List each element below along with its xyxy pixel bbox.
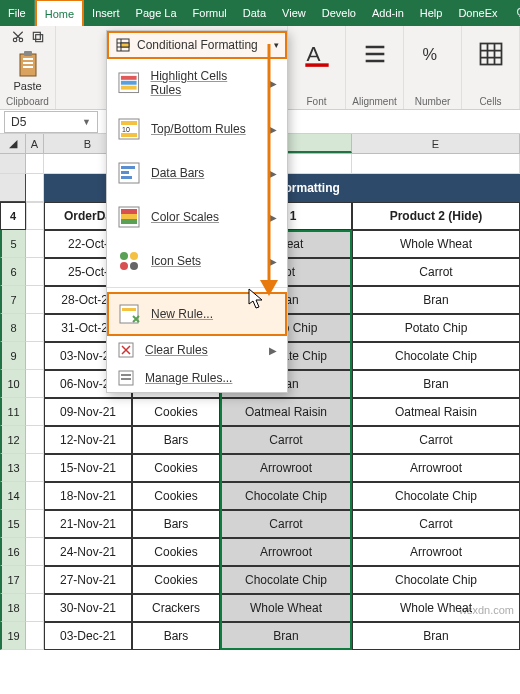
cell-product1[interactable]: Bran bbox=[220, 622, 352, 650]
cell-orderdate[interactable]: 03-Dec-21 bbox=[44, 622, 132, 650]
svg-point-35 bbox=[130, 262, 138, 270]
cell-product1[interactable]: Arrowroot bbox=[220, 454, 352, 482]
row-header[interactable]: 18 bbox=[0, 594, 26, 622]
group-font: A Font bbox=[288, 26, 346, 109]
menu-top-bottom-rules[interactable]: 10 Top/Bottom Rules ▶ bbox=[107, 107, 287, 151]
row-header[interactable]: 17 bbox=[0, 566, 26, 594]
cell-product2[interactable]: Arrowroot bbox=[352, 538, 520, 566]
row-header[interactable]: 19 bbox=[0, 622, 26, 650]
svg-rect-9 bbox=[23, 66, 33, 68]
cell-product2[interactable]: Chocolate Chip bbox=[352, 342, 520, 370]
cell-category[interactable]: Crackers bbox=[132, 594, 220, 622]
tab-page-layout[interactable]: Page La bbox=[128, 0, 185, 26]
tab-formulas[interactable]: Formul bbox=[185, 0, 235, 26]
cell-category[interactable]: Cookies bbox=[132, 454, 220, 482]
tab-data[interactable]: Data bbox=[235, 0, 274, 26]
cell-product2[interactable]: Chocolate Chip bbox=[352, 482, 520, 510]
tab-help[interactable]: Help bbox=[412, 0, 451, 26]
tab-addins[interactable]: Add-in bbox=[364, 0, 412, 26]
row-header[interactable]: 6 bbox=[0, 258, 26, 286]
hdr-product2[interactable]: Product 2 (Hide) bbox=[352, 202, 520, 230]
alignment-icon[interactable] bbox=[361, 40, 389, 68]
group-clipboard: Paste Clipboard bbox=[0, 26, 56, 109]
tab-view[interactable]: View bbox=[274, 0, 314, 26]
cell-product1[interactable]: Chocolate Chip bbox=[220, 566, 352, 594]
cell-product1[interactable]: Carrot bbox=[220, 510, 352, 538]
svg-rect-22 bbox=[121, 133, 137, 137]
row-header[interactable] bbox=[0, 154, 26, 174]
cell-orderdate[interactable]: 15-Nov-21 bbox=[44, 454, 132, 482]
cell-orderdate[interactable]: 27-Nov-21 bbox=[44, 566, 132, 594]
row-header[interactable]: 11 bbox=[0, 398, 26, 426]
conditional-formatting-button[interactable]: Conditional Formatting ▾ bbox=[107, 31, 287, 59]
topbottom-label: Top/Bottom Rules bbox=[151, 122, 246, 136]
name-box[interactable]: D5 ▼ bbox=[4, 111, 98, 133]
menu-data-bars[interactable]: Data Bars ▶ bbox=[107, 151, 287, 195]
menu-icon-sets[interactable]: Icon Sets ▶ bbox=[107, 239, 287, 283]
cell-product2[interactable]: Carrot bbox=[352, 510, 520, 538]
cell-product2[interactable]: Chocolate Chip bbox=[352, 566, 520, 594]
tab-file[interactable]: File bbox=[0, 0, 35, 26]
cell-orderdate[interactable]: 30-Nov-21 bbox=[44, 594, 132, 622]
cell-product2[interactable]: Carrot bbox=[352, 258, 520, 286]
menu-color-scales[interactable]: Color Scales ▶ bbox=[107, 195, 287, 239]
cell-product2[interactable]: Carrot bbox=[352, 426, 520, 454]
cell-category[interactable]: Bars bbox=[132, 622, 220, 650]
cell-orderdate[interactable]: 21-Nov-21 bbox=[44, 510, 132, 538]
menu-highlight-cells-rules[interactable]: Highlight Cells Rules ▶ bbox=[107, 59, 287, 107]
row-header[interactable]: 10 bbox=[0, 370, 26, 398]
number-icon[interactable]: % bbox=[419, 40, 447, 68]
cell-category[interactable]: Bars bbox=[132, 510, 220, 538]
cell-product2[interactable]: Bran bbox=[352, 286, 520, 314]
cell-category[interactable]: Cookies bbox=[132, 566, 220, 594]
cell-product2[interactable]: Whole Wheat bbox=[352, 230, 520, 258]
tab-developer[interactable]: Develo bbox=[314, 0, 364, 26]
row-header[interactable]: 4 bbox=[0, 202, 26, 230]
row-header[interactable]: 8 bbox=[0, 314, 26, 342]
row-header[interactable]: 5 bbox=[0, 230, 26, 258]
col-header-a[interactable]: A bbox=[26, 134, 44, 153]
col-header-e[interactable]: E bbox=[352, 134, 520, 153]
cell-product2[interactable]: Bran bbox=[352, 622, 520, 650]
menu-new-rule[interactable]: New Rule... bbox=[107, 292, 287, 336]
cell-product1[interactable]: Oatmeal Raisin bbox=[220, 398, 352, 426]
cell-category[interactable]: Cookies bbox=[132, 482, 220, 510]
select-all-cell[interactable]: ◢ bbox=[0, 134, 26, 153]
cut-icon[interactable] bbox=[11, 30, 25, 46]
row-header[interactable]: 9 bbox=[0, 342, 26, 370]
cell-orderdate[interactable]: 18-Nov-21 bbox=[44, 482, 132, 510]
tell-me-icon[interactable] bbox=[506, 0, 520, 26]
cell-product2[interactable]: Bran bbox=[352, 370, 520, 398]
tab-home[interactable]: Home bbox=[35, 0, 84, 26]
row-header[interactable] bbox=[0, 174, 26, 202]
tab-doneex[interactable]: DoneEx bbox=[450, 0, 505, 26]
paste-button[interactable]: Paste bbox=[6, 48, 50, 94]
menu-manage-rules[interactable]: Manage Rules... bbox=[107, 364, 287, 392]
icon-sets-icon bbox=[117, 249, 141, 273]
tab-insert[interactable]: Insert bbox=[84, 0, 128, 26]
row-header[interactable]: 13 bbox=[0, 454, 26, 482]
cell-orderdate[interactable]: 09-Nov-21 bbox=[44, 398, 132, 426]
cell-product1[interactable]: Carrot bbox=[220, 426, 352, 454]
cell-category[interactable]: Bars bbox=[132, 426, 220, 454]
copy-icon[interactable] bbox=[31, 30, 45, 46]
font-icon[interactable]: A bbox=[303, 40, 331, 68]
cell-category[interactable]: Cookies bbox=[132, 398, 220, 426]
cell-product2[interactable]: Oatmeal Raisin bbox=[352, 398, 520, 426]
name-box-dropdown-icon[interactable]: ▼ bbox=[82, 117, 91, 127]
cell-product2[interactable]: Potato Chip bbox=[352, 314, 520, 342]
menu-clear-rules[interactable]: Clear Rules ▶ bbox=[107, 336, 287, 364]
cell-orderdate[interactable]: 24-Nov-21 bbox=[44, 538, 132, 566]
row-header[interactable]: 12 bbox=[0, 426, 26, 454]
cell-product1[interactable]: Chocolate Chip bbox=[220, 482, 352, 510]
row-header[interactable]: 16 bbox=[0, 538, 26, 566]
cell-product1[interactable]: Whole Wheat bbox=[220, 594, 352, 622]
row-header[interactable]: 14 bbox=[0, 482, 26, 510]
cell-product2[interactable]: Arrowroot bbox=[352, 454, 520, 482]
row-header[interactable]: 15 bbox=[0, 510, 26, 538]
cell-category[interactable]: Cookies bbox=[132, 538, 220, 566]
cell-orderdate[interactable]: 12-Nov-21 bbox=[44, 426, 132, 454]
row-header[interactable]: 7 bbox=[0, 286, 26, 314]
cells-icon[interactable] bbox=[477, 40, 505, 68]
cell-product1[interactable]: Arrowroot bbox=[220, 538, 352, 566]
